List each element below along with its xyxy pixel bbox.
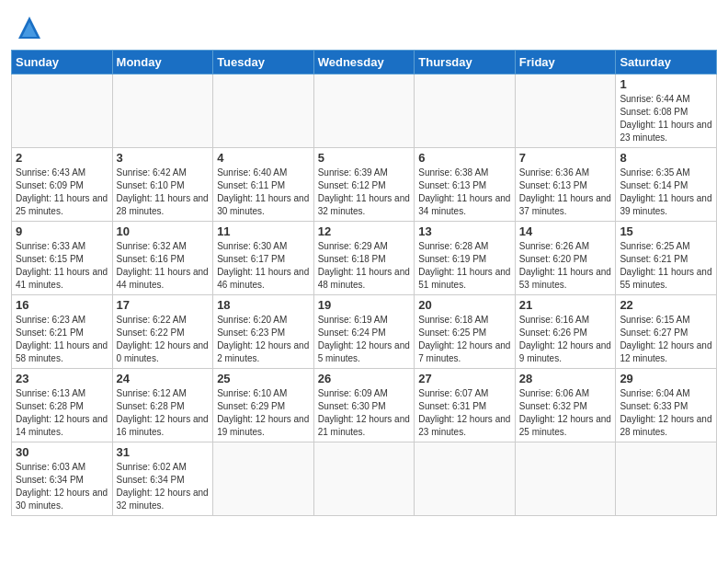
day-number: 24 (117, 372, 210, 385)
day-cell: 18Sunrise: 6:20 AM Sunset: 6:23 PM Dayli… (213, 295, 314, 369)
day-info: Sunrise: 6:40 AM Sunset: 6:11 PM Dayligh… (217, 167, 310, 218)
day-number: 22 (620, 298, 712, 312)
day-info: Sunrise: 6:03 AM Sunset: 6:34 PM Dayligh… (16, 461, 108, 512)
day-cell: 1Sunrise: 6:44 AM Sunset: 6:08 PM Daylig… (616, 75, 717, 148)
day-info: Sunrise: 6:09 AM Sunset: 6:30 PM Dayligh… (318, 387, 411, 439)
day-cell: 13Sunrise: 6:28 AM Sunset: 6:19 PM Dayli… (415, 222, 516, 295)
day-info: Sunrise: 6:06 AM Sunset: 6:32 PM Dayligh… (519, 387, 612, 439)
day-cell: 3Sunrise: 6:42 AM Sunset: 6:10 PM Daylig… (112, 148, 213, 222)
day-cell: 12Sunrise: 6:29 AM Sunset: 6:18 PM Dayli… (313, 222, 415, 295)
day-number: 20 (418, 298, 511, 312)
day-number: 26 (318, 372, 411, 385)
week-row-2: 2Sunrise: 6:43 AM Sunset: 6:09 PM Daylig… (12, 148, 717, 222)
day-number: 11 (217, 224, 310, 238)
day-info: Sunrise: 6:43 AM Sunset: 6:09 PM Dayligh… (16, 167, 108, 218)
day-number: 21 (519, 298, 612, 312)
day-cell: 15Sunrise: 6:25 AM Sunset: 6:21 PM Dayli… (616, 222, 717, 295)
day-info: Sunrise: 6:19 AM Sunset: 6:24 PM Dayligh… (318, 314, 411, 365)
day-number: 2 (16, 151, 108, 165)
day-cell: 10Sunrise: 6:32 AM Sunset: 6:16 PM Dayli… (112, 222, 213, 295)
day-cell: 28Sunrise: 6:06 AM Sunset: 6:32 PM Dayli… (515, 369, 616, 442)
day-cell: 26Sunrise: 6:09 AM Sunset: 6:30 PM Dayli… (313, 369, 415, 442)
day-number: 16 (16, 298, 108, 312)
logo (11, 13, 44, 42)
day-cell (213, 442, 314, 516)
day-number: 9 (16, 224, 108, 238)
day-cell: 23Sunrise: 6:13 AM Sunset: 6:28 PM Dayli… (12, 369, 113, 442)
day-cell (415, 75, 516, 148)
weekday-header-monday: Monday (112, 51, 213, 75)
day-cell: 7Sunrise: 6:36 AM Sunset: 6:13 PM Daylig… (515, 148, 616, 222)
day-info: Sunrise: 6:12 AM Sunset: 6:28 PM Dayligh… (117, 387, 210, 439)
weekday-header-tuesday: Tuesday (213, 51, 314, 75)
day-number: 8 (620, 151, 712, 165)
day-number: 19 (318, 298, 411, 312)
day-cell (213, 75, 314, 148)
day-info: Sunrise: 6:16 AM Sunset: 6:26 PM Dayligh… (519, 314, 612, 365)
day-number: 13 (418, 224, 511, 238)
day-number: 29 (620, 372, 712, 385)
day-cell: 6Sunrise: 6:38 AM Sunset: 6:13 PM Daylig… (415, 148, 516, 222)
day-number: 18 (217, 298, 310, 312)
weekday-header-friday: Friday (515, 51, 616, 75)
day-info: Sunrise: 6:32 AM Sunset: 6:16 PM Dayligh… (117, 240, 210, 292)
day-cell: 14Sunrise: 6:26 AM Sunset: 6:20 PM Dayli… (515, 222, 616, 295)
day-number: 12 (318, 224, 411, 238)
day-number: 15 (620, 224, 712, 238)
day-cell (313, 75, 415, 148)
day-cell: 29Sunrise: 6:04 AM Sunset: 6:33 PM Dayli… (616, 369, 717, 442)
day-cell: 17Sunrise: 6:22 AM Sunset: 6:22 PM Dayli… (112, 295, 213, 369)
day-cell: 21Sunrise: 6:16 AM Sunset: 6:26 PM Dayli… (515, 295, 616, 369)
day-cell: 4Sunrise: 6:40 AM Sunset: 6:11 PM Daylig… (213, 148, 314, 222)
weekday-header-sunday: Sunday (12, 51, 113, 75)
day-info: Sunrise: 6:25 AM Sunset: 6:21 PM Dayligh… (620, 240, 712, 292)
day-info: Sunrise: 6:35 AM Sunset: 6:14 PM Dayligh… (620, 167, 712, 218)
day-info: Sunrise: 6:04 AM Sunset: 6:33 PM Dayligh… (620, 387, 712, 439)
day-info: Sunrise: 6:07 AM Sunset: 6:31 PM Dayligh… (418, 387, 511, 439)
day-info: Sunrise: 6:29 AM Sunset: 6:18 PM Dayligh… (318, 240, 411, 292)
day-cell: 16Sunrise: 6:23 AM Sunset: 6:21 PM Dayli… (12, 295, 113, 369)
day-info: Sunrise: 6:02 AM Sunset: 6:34 PM Dayligh… (117, 461, 210, 512)
weekday-header-thursday: Thursday (415, 51, 516, 75)
calendar-wrapper: SundayMondayTuesdayWednesdayThursdayFrid… (0, 0, 728, 563)
day-number: 17 (117, 298, 210, 312)
day-number: 23 (16, 372, 108, 385)
day-number: 10 (117, 224, 210, 238)
weekday-header-saturday: Saturday (616, 51, 717, 75)
day-info: Sunrise: 6:39 AM Sunset: 6:12 PM Dayligh… (318, 167, 411, 218)
day-info: Sunrise: 6:15 AM Sunset: 6:27 PM Dayligh… (620, 314, 712, 365)
day-number: 28 (519, 372, 612, 385)
calendar-header (11, 9, 717, 42)
day-info: Sunrise: 6:38 AM Sunset: 6:13 PM Dayligh… (418, 167, 511, 218)
day-cell: 24Sunrise: 6:12 AM Sunset: 6:28 PM Dayli… (112, 369, 213, 442)
day-cell: 20Sunrise: 6:18 AM Sunset: 6:25 PM Dayli… (415, 295, 516, 369)
day-cell: 11Sunrise: 6:30 AM Sunset: 6:17 PM Dayli… (213, 222, 314, 295)
week-row-3: 9Sunrise: 6:33 AM Sunset: 6:15 PM Daylig… (12, 222, 717, 295)
day-info: Sunrise: 6:30 AM Sunset: 6:17 PM Dayligh… (217, 240, 310, 292)
week-row-5: 23Sunrise: 6:13 AM Sunset: 6:28 PM Dayli… (12, 369, 717, 442)
day-number: 6 (418, 151, 511, 165)
day-info: Sunrise: 6:36 AM Sunset: 6:13 PM Dayligh… (519, 167, 612, 218)
day-cell (313, 442, 415, 516)
day-info: Sunrise: 6:10 AM Sunset: 6:29 PM Dayligh… (217, 387, 310, 439)
day-info: Sunrise: 6:42 AM Sunset: 6:10 PM Dayligh… (117, 167, 210, 218)
week-row-6: 30Sunrise: 6:03 AM Sunset: 6:34 PM Dayli… (12, 442, 717, 516)
day-number: 30 (16, 445, 108, 459)
day-info: Sunrise: 6:44 AM Sunset: 6:08 PM Dayligh… (620, 93, 712, 144)
day-number: 31 (117, 445, 210, 459)
week-row-1: 1Sunrise: 6:44 AM Sunset: 6:08 PM Daylig… (12, 75, 717, 148)
day-cell: 9Sunrise: 6:33 AM Sunset: 6:15 PM Daylig… (12, 222, 113, 295)
day-number: 5 (318, 151, 411, 165)
weekday-header-wednesday: Wednesday (313, 51, 415, 75)
day-info: Sunrise: 6:13 AM Sunset: 6:28 PM Dayligh… (16, 387, 108, 439)
day-cell: 8Sunrise: 6:35 AM Sunset: 6:14 PM Daylig… (616, 148, 717, 222)
week-row-4: 16Sunrise: 6:23 AM Sunset: 6:21 PM Dayli… (12, 295, 717, 369)
day-number: 7 (519, 151, 612, 165)
day-cell: 25Sunrise: 6:10 AM Sunset: 6:29 PM Dayli… (213, 369, 314, 442)
day-info: Sunrise: 6:26 AM Sunset: 6:20 PM Dayligh… (519, 240, 612, 292)
logo-icon (15, 13, 44, 42)
day-info: Sunrise: 6:22 AM Sunset: 6:22 PM Dayligh… (117, 314, 210, 365)
day-cell: 22Sunrise: 6:15 AM Sunset: 6:27 PM Dayli… (616, 295, 717, 369)
day-cell: 5Sunrise: 6:39 AM Sunset: 6:12 PM Daylig… (313, 148, 415, 222)
day-number: 1 (620, 77, 712, 91)
